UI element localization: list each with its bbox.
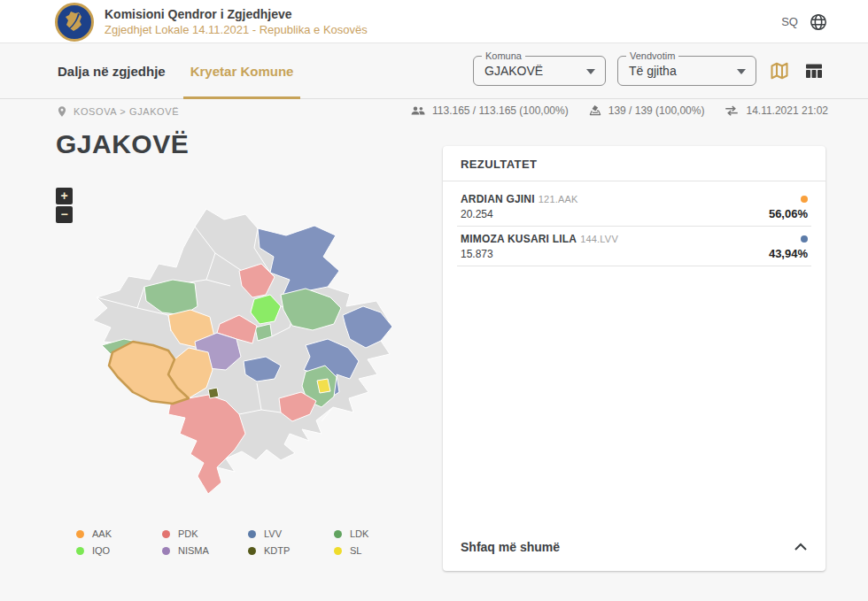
- candidate-party: 121.AAK: [539, 194, 578, 204]
- chevron-down-icon: [737, 69, 746, 74]
- chevron-up-icon: [794, 543, 808, 551]
- language-code[interactable]: SQ: [781, 15, 798, 28]
- chevron-down-icon: [586, 69, 595, 74]
- legend-item-ldk: LDK: [334, 528, 420, 539]
- legend-item-aak: AAK: [76, 528, 162, 539]
- candidate-percent: 56,06%: [769, 207, 808, 220]
- vendvotim-select-value: Të gjitha: [629, 64, 677, 78]
- updated-stat: 14.11.2021 21:02: [724, 104, 828, 117]
- pdk-color-dot: [162, 530, 170, 538]
- map-view-icon[interactable]: [768, 59, 791, 82]
- results-card: REZULTATET ARDIAN GJINI121.AAK 20.254 56…: [443, 146, 825, 571]
- results-title: REZULTATET: [461, 158, 808, 171]
- voters-stat: 113.165 / 113.165 (100,00%): [410, 104, 569, 117]
- komuna-select[interactable]: Komuna GJAKOVË: [473, 56, 606, 86]
- kosovo-logo-icon: [61, 9, 88, 35]
- legend-item-iqo: IQO: [76, 545, 162, 556]
- legend-item-pdk: PDK: [162, 528, 248, 539]
- sl-color-dot: [334, 547, 342, 555]
- tab-kryetar-komune[interactable]: Kryetar Komune: [190, 43, 294, 99]
- ldk-color-dot: [334, 530, 342, 538]
- nisma-color-dot: [162, 547, 170, 555]
- candidate-votes: 15.873: [461, 248, 493, 260]
- app-subtitle: Zgjedhjet Lokale 14.11.2021 - Republika …: [105, 22, 368, 37]
- updated-value: 14.11.2021 21:02: [746, 104, 828, 117]
- tab-dalja-ne-zgjedhje[interactable]: Dalja në zgjedhje: [58, 43, 166, 99]
- kqz-logo: [55, 3, 94, 42]
- zoom-out-button[interactable]: −: [56, 206, 73, 223]
- breadcrumb-path: KOSOVA > GJAKOVË: [74, 106, 179, 117]
- voters-value: 113.165 / 113.165 (100,00%): [432, 104, 569, 117]
- globe-icon[interactable]: [807, 11, 830, 34]
- stations-stat: 139 / 139 (100,00%): [588, 104, 705, 117]
- tab-bar: Dalja në zgjedhje Kryetar Komune: [58, 43, 293, 99]
- election-results-page: Komisioni Qendror i Zgjedhjeve Zgjedhjet…: [0, 0, 868, 601]
- kdtp-color-dot: [248, 547, 256, 555]
- table-view-icon[interactable]: [802, 59, 825, 82]
- candidate-name: MIMOZA KUSARI LILA144.LVV: [461, 233, 618, 245]
- vendvotim-select-label: Vendvotim: [626, 50, 678, 61]
- municipality-region[interactable]: [317, 379, 330, 393]
- toolbar: Dalja në zgjedhje Kryetar Komune Komuna …: [0, 43, 868, 99]
- legend-item-nisma: NISMA: [162, 545, 248, 556]
- aak-color-dot: [76, 530, 84, 538]
- vendvotim-select[interactable]: Vendvotim Të gjitha: [617, 56, 756, 86]
- stations-value: 139 / 139 (100,00%): [608, 104, 705, 117]
- candidate-party: 144.LVV: [580, 234, 618, 244]
- voters-icon: [410, 104, 426, 117]
- candidate-votes: 20.254: [461, 208, 493, 220]
- app-header: Komisioni Qendror i Zgjedhjeve Zgjedhjet…: [0, 0, 868, 43]
- breadcrumb: KOSOVA > GJAKOVË: [56, 104, 179, 119]
- iqo-color-dot: [76, 547, 84, 555]
- map-zoom-controls: + −: [56, 188, 73, 223]
- result-row[interactable]: MIMOZA KUSARI LILA144.LVV 15.873 43,94%: [457, 227, 811, 266]
- zoom-in-button[interactable]: +: [56, 188, 73, 204]
- result-row[interactable]: ARDIAN GJINI121.AAK 20.254 56,06%: [457, 187, 811, 227]
- party-color-dot: [801, 196, 808, 203]
- komuna-select-label: Komuna: [482, 50, 525, 61]
- legend-item-kdtp: KDTP: [248, 545, 334, 556]
- location-pin-icon: [56, 104, 68, 119]
- komuna-select-value: GJAKOVË: [484, 64, 543, 78]
- ballot-box-icon: [588, 104, 602, 117]
- party-legend: AAK PDK LVV LDK IQO NISMA KDTP SL: [76, 528, 420, 556]
- legend-item-sl: SL: [334, 545, 420, 556]
- page-title: GJAKOVË: [56, 129, 189, 159]
- legend-item-lvv: LVV: [248, 528, 334, 539]
- candidate-name: ARDIAN GJINI121.AAK: [461, 193, 578, 205]
- show-more-button[interactable]: Shfaq më shumë: [443, 525, 825, 571]
- info-row: KOSOVA > GJAKOVË 113.165 / 113.165 (100,…: [0, 99, 868, 124]
- candidate-percent: 43,94%: [769, 247, 808, 260]
- lvv-color-dot: [248, 530, 256, 538]
- party-color-dot: [801, 235, 808, 243]
- app-title: Komisioni Qendror i Zgjedhjeve: [105, 6, 368, 22]
- municipality-region[interactable]: [208, 388, 219, 398]
- kosovo-map[interactable]: [84, 202, 412, 503]
- sync-arrows-icon: [724, 104, 740, 117]
- show-more-label: Shfaq më shumë: [461, 540, 560, 554]
